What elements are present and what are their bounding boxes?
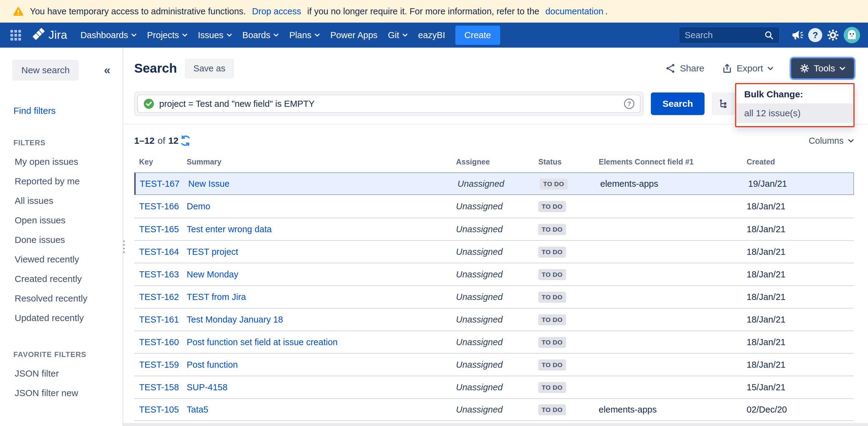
share-button[interactable]: Share [665, 63, 704, 73]
table-row[interactable]: TEST-163 New Monday Unassigned TO DO 18/… [134, 263, 854, 285]
issue-key-link[interactable]: TEST-158 [134, 383, 187, 392]
sidebar-item-updated-recently[interactable]: Updated recently [0, 308, 123, 328]
table-row[interactable]: TEST-158 SUP-4158 Unassigned TO DO 15/Ja… [134, 376, 854, 398]
collapse-sidebar-icon[interactable]: « [104, 64, 111, 76]
user-avatar[interactable] [844, 27, 860, 43]
nav-eazybi[interactable]: eazyBI [413, 23, 451, 48]
sidebar-item-all-issues[interactable]: All issues [0, 191, 123, 211]
column-header-assignee[interactable]: Assignee [456, 157, 538, 166]
sidebar-item-done-issues[interactable]: Done issues [0, 230, 123, 250]
nav-git[interactable]: Git [383, 23, 413, 48]
sidebar-item-json-filter-new[interactable]: JSON filter new [0, 383, 123, 403]
status-badge: TO DO [538, 382, 566, 393]
column-header-created[interactable]: Created [747, 157, 854, 166]
table-row[interactable]: TEST-105 Tata5 Unassigned TO DO elements… [134, 398, 854, 421]
issue-key-link[interactable]: TEST-165 [134, 224, 187, 234]
status-badge: TO DO [538, 404, 566, 415]
issue-summary-link[interactable]: Test enter wrong data [187, 224, 456, 234]
sidebar-item-viewed-recently[interactable]: Viewed recently [0, 250, 123, 269]
nav-dashboards[interactable]: Dashboards [75, 23, 142, 48]
issue-key-link[interactable]: TEST-162 [134, 292, 187, 302]
table-row[interactable]: TEST-164 TEST project Unassigned TO DO 1… [134, 240, 854, 263]
column-header-summary[interactable]: Summary [187, 157, 456, 166]
table-row[interactable]: TEST-162 TEST from Jira Unassigned TO DO… [134, 285, 854, 308]
issue-summary-link[interactable]: Post function [187, 360, 456, 370]
horizontal-scrollbar[interactable] [123, 423, 868, 426]
issue-key-link[interactable]: TEST-164 [134, 247, 187, 257]
issue-key-link[interactable]: TEST-160 [134, 337, 187, 347]
jql-help-icon[interactable]: ? [624, 98, 634, 109]
nav-search-input[interactable]: Search [679, 27, 780, 43]
jira-logo[interactable]: Jira [32, 28, 67, 42]
table-row[interactable]: TEST-160 Post function set field at issu… [134, 331, 854, 353]
chevron-down-icon [182, 33, 188, 37]
jql-query-text: project = Test and "new field" is EMPTY [159, 99, 619, 109]
issue-key-link[interactable]: TEST-159 [134, 360, 187, 370]
documentation-link[interactable]: documentation [545, 6, 603, 17]
nav-projects[interactable]: Projects [142, 23, 193, 48]
help-icon[interactable]: ? [806, 26, 824, 44]
assignee-value: Unassigned [456, 337, 538, 347]
table-row[interactable]: TEST-159 Post function Unassigned TO DO … [134, 353, 854, 376]
table-row[interactable]: TEST-165 Test enter wrong data Unassigne… [134, 218, 854, 240]
save-as-button[interactable]: Save as [185, 59, 234, 79]
column-header-status[interactable]: Status [538, 157, 599, 166]
new-search-button[interactable]: New search [12, 60, 79, 81]
export-button[interactable]: Export [722, 63, 773, 73]
banner-text-before: You have temporary access to administrat… [30, 6, 246, 17]
chevron-down-icon [273, 33, 279, 37]
results-count: 1–12 of 12 [134, 135, 191, 147]
jql-editor: project = Test and "new field" is EMPTY … [134, 92, 644, 116]
create-button[interactable]: Create [455, 26, 500, 45]
issue-summary-link[interactable]: Post function set field at issue creatio… [187, 337, 456, 347]
search-button[interactable]: Search [651, 92, 705, 115]
sidebar-item-open-issues[interactable]: Open issues [0, 211, 123, 230]
table-row[interactable]: TEST-167 New Issue Unassigned TO DO elem… [134, 173, 854, 195]
query-mode-toggle-button[interactable] [712, 92, 735, 115]
settings-gear-icon[interactable] [824, 26, 842, 44]
sidebar-item-created-recently[interactable]: Created recently [0, 269, 123, 289]
issue-summary-link[interactable]: Test Monday January 18 [187, 315, 456, 325]
issue-summary-link[interactable]: SUP-4158 [187, 383, 456, 392]
app-switcher-icon[interactable] [10, 30, 21, 40]
issue-summary-link[interactable]: Demo [187, 202, 456, 211]
issue-summary-link[interactable]: New Issue [188, 179, 458, 189]
bulk-change-title: Bulk Change: [736, 84, 854, 103]
issue-key-link[interactable]: TEST-163 [134, 270, 187, 279]
issue-key-link[interactable]: TEST-167 [136, 179, 188, 189]
find-filters-link[interactable]: Find filters [13, 105, 123, 116]
issue-key-link[interactable]: TEST-166 [134, 202, 187, 211]
refresh-icon[interactable] [180, 135, 191, 147]
sidebar-item-resolved-recently[interactable]: Resolved recently [0, 289, 123, 308]
created-value: 15/Jan/21 [747, 383, 854, 392]
bulk-change-all-issues-option[interactable]: all 12 issue(s) [736, 103, 854, 123]
sidebar-item-my-open-issues[interactable]: My open issues [0, 152, 123, 172]
issue-key-link[interactable]: TEST-105 [134, 405, 187, 415]
issue-summary-link[interactable]: TEST from Jira [187, 292, 456, 302]
jql-input[interactable]: project = Test and "new field" is EMPTY … [137, 95, 641, 113]
banner-text-middle: if you no longer require it. For more in… [307, 6, 539, 17]
issue-key-link[interactable]: TEST-161 [134, 315, 187, 325]
issue-summary-link[interactable]: New Monday [187, 270, 456, 279]
sidebar-item-json-filter[interactable]: JSON filter [0, 364, 123, 383]
created-value: 18/Jan/21 [747, 337, 854, 347]
nav-boards[interactable]: Boards [237, 23, 284, 48]
nav-power-apps[interactable]: Power Apps [325, 23, 383, 48]
drop-access-link[interactable]: Drop access [252, 6, 301, 17]
tools-button[interactable]: Tools [791, 58, 854, 79]
columns-button[interactable]: Columns [809, 136, 854, 146]
assignee-value: Unassigned [456, 292, 538, 302]
column-header-elements-connect[interactable]: Elements Connect field #1 [599, 157, 747, 166]
table-row[interactable]: TEST-161 Test Monday January 18 Unassign… [134, 308, 854, 331]
status-badge: TO DO [538, 269, 566, 280]
feedback-megaphone-icon[interactable] [789, 26, 806, 44]
issue-summary-link[interactable]: Tata5 [187, 405, 456, 415]
sidebar-item-reported-by-me[interactable]: Reported by me [0, 172, 123, 191]
chevron-down-icon [314, 33, 320, 37]
nav-issues[interactable]: Issues [193, 23, 237, 48]
assignee-value: Unassigned [456, 224, 538, 234]
nav-plans[interactable]: Plans [284, 23, 325, 48]
column-header-key[interactable]: Key [134, 157, 187, 166]
issue-summary-link[interactable]: TEST project [187, 247, 456, 257]
table-row[interactable]: TEST-166 Demo Unassigned TO DO 18/Jan/21 [134, 195, 854, 218]
